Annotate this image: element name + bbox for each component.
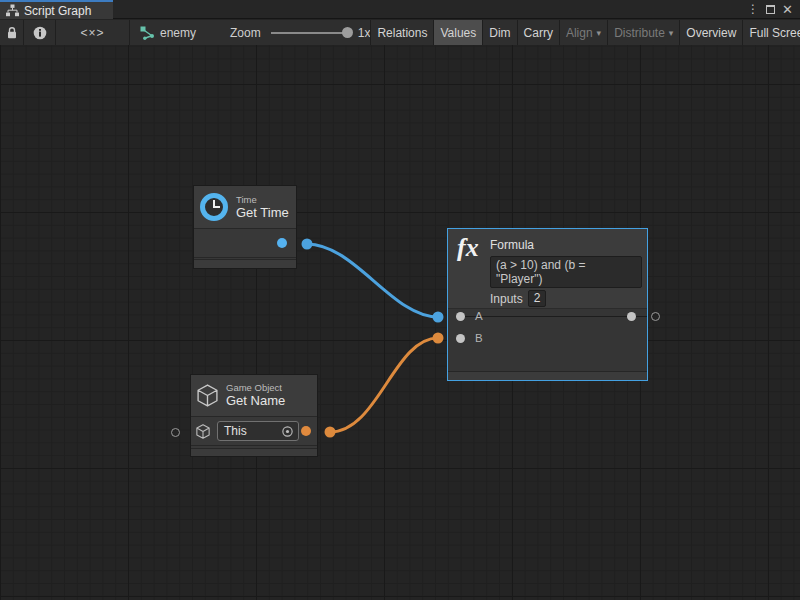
lock-icon bbox=[6, 26, 18, 39]
code-icon: <×> bbox=[80, 26, 104, 40]
wire-name-to-b[interactable] bbox=[330, 338, 438, 432]
node-get-time[interactable]: Time Get Time bbox=[193, 185, 297, 269]
cube-icon bbox=[196, 424, 210, 439]
node-category: Time bbox=[236, 194, 289, 205]
graph-reference[interactable]: enemy bbox=[140, 26, 196, 40]
node-get-name-body: This bbox=[191, 417, 317, 446]
values-button[interactable]: Values bbox=[433, 20, 482, 46]
target-object-value: This bbox=[218, 424, 281, 438]
overview-button[interactable]: Overview bbox=[679, 20, 742, 46]
fullscreen-button[interactable]: Full Screen bbox=[742, 20, 800, 46]
input-port-b[interactable] bbox=[456, 334, 465, 343]
close-icon[interactable]: ✕ bbox=[782, 0, 793, 19]
distribute-dropdown[interactable]: Distribute ▾ bbox=[607, 20, 679, 46]
carry-button[interactable]: Carry bbox=[517, 20, 559, 46]
input-port-target-empty[interactable] bbox=[171, 428, 180, 437]
info-button[interactable] bbox=[24, 20, 55, 46]
formula-fx-icon: fx bbox=[457, 233, 489, 263]
input-port-b-label: B bbox=[475, 332, 483, 344]
node-get-time-header: Time Get Time bbox=[194, 186, 296, 229]
output-port-time[interactable] bbox=[277, 238, 287, 248]
toolbar: <×> enemy Zoom 1x Relations Values Dim C… bbox=[0, 20, 800, 46]
visual-script-icon bbox=[140, 26, 155, 40]
node-get-name[interactable]: Game Object Get Name This bbox=[190, 374, 318, 457]
input-port-a[interactable] bbox=[456, 312, 465, 321]
chevron-down-icon: ▾ bbox=[669, 28, 674, 38]
zoom-value: 1x bbox=[358, 26, 371, 40]
inputs-label: Inputs bbox=[490, 292, 523, 306]
chevron-down-icon: ▾ bbox=[597, 28, 602, 38]
wire-endpoint[interactable] bbox=[325, 427, 336, 438]
clock-icon bbox=[200, 193, 228, 221]
value-relation-line bbox=[460, 316, 647, 317]
maximize-icon[interactable] bbox=[766, 5, 775, 14]
wire-time-to-a[interactable] bbox=[307, 244, 438, 317]
output-port-name[interactable] bbox=[301, 426, 311, 436]
toolbar-separator bbox=[129, 20, 130, 46]
code-view-button[interactable]: <×> bbox=[56, 20, 129, 46]
window-controls: ⋮ ✕ bbox=[747, 0, 800, 18]
relations-button[interactable]: Relations bbox=[370, 20, 433, 46]
titlebar: Script Graph ⋮ ✕ bbox=[0, 0, 800, 19]
target-object-field[interactable]: This bbox=[217, 421, 299, 441]
node-title: Get Name bbox=[226, 393, 285, 409]
tab-script-graph[interactable]: Script Graph bbox=[0, 0, 113, 19]
dim-button[interactable]: Dim bbox=[482, 20, 516, 46]
graph-canvas[interactable]: Time Get Time Game Object Get Name bbox=[0, 45, 800, 600]
graph-hierarchy-icon bbox=[6, 4, 19, 17]
lock-button[interactable] bbox=[0, 20, 23, 46]
wire-layer bbox=[0, 45, 800, 600]
node-footer bbox=[194, 259, 296, 268]
node-footer bbox=[191, 448, 317, 456]
zoom-label: Zoom bbox=[230, 26, 261, 40]
node-get-name-header: Game Object Get Name bbox=[191, 375, 317, 417]
object-picker-icon[interactable] bbox=[281, 425, 294, 438]
node-title: Get Time bbox=[236, 205, 289, 221]
script-graph-window: Script Graph ⋮ ✕ <×> bbox=[0, 0, 800, 600]
wire-endpoint[interactable] bbox=[433, 333, 444, 344]
zoom-slider-handle[interactable] bbox=[342, 27, 353, 38]
node-formula-header: fx Formula (a > 10) and (b = "Player") I… bbox=[448, 229, 647, 309]
toolbar-button-group: Relations Values Dim Carry Align ▾ Distr… bbox=[370, 20, 800, 46]
align-dropdown[interactable]: Align ▾ bbox=[559, 20, 607, 46]
zoom-slider-track bbox=[271, 32, 351, 34]
node-category: Game Object bbox=[226, 382, 285, 393]
inputs-count-field[interactable]: 2 bbox=[528, 290, 546, 307]
input-port-a-label: A bbox=[475, 310, 483, 322]
node-get-time-body bbox=[194, 229, 296, 258]
output-port-result-empty[interactable] bbox=[651, 312, 660, 321]
zoom-slider[interactable] bbox=[271, 20, 351, 46]
window-menu-icon[interactable]: ⋮ bbox=[747, 0, 759, 19]
graph-name-label: enemy bbox=[160, 26, 196, 40]
node-title: Formula bbox=[490, 238, 534, 252]
wire-endpoint[interactable] bbox=[433, 312, 444, 323]
output-port-result-inner[interactable] bbox=[627, 312, 636, 321]
node-formula[interactable]: fx Formula (a > 10) and (b = "Player") I… bbox=[447, 228, 648, 381]
wire-endpoint[interactable] bbox=[302, 239, 313, 250]
cube-icon bbox=[197, 384, 218, 407]
tab-title: Script Graph bbox=[24, 4, 91, 18]
formula-expression-input[interactable]: (a > 10) and (b = "Player") bbox=[490, 256, 642, 288]
node-footer bbox=[448, 371, 647, 380]
info-icon bbox=[33, 26, 47, 40]
